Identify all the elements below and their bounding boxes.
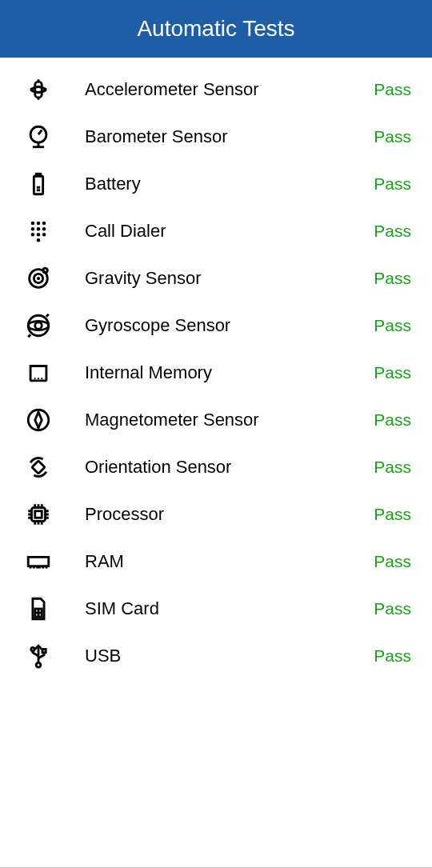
test-label: Processor (85, 504, 374, 525)
test-row[interactable]: Accelerometer SensorPass (21, 66, 411, 113)
test-label: Orientation Sensor (85, 457, 374, 478)
test-status: Pass (374, 646, 411, 666)
test-status: Pass (374, 410, 411, 430)
test-row[interactable]: Gyroscope SensorPass (21, 302, 411, 349)
processor-icon (21, 501, 56, 528)
test-label: RAM (85, 551, 374, 572)
test-row[interactable]: SIM CardPass (21, 585, 411, 632)
test-label: Battery (85, 174, 374, 194)
dialer-icon (21, 218, 56, 245)
test-row[interactable]: Gravity SensorPass (21, 254, 411, 302)
page-title: Automatic Tests (137, 16, 294, 42)
memory-icon (21, 359, 56, 386)
test-label: Gyroscope Sensor (85, 315, 374, 336)
test-status: Pass (374, 363, 411, 382)
test-row[interactable]: ProcessorPass (21, 490, 411, 538)
accelerometer-icon (21, 76, 56, 103)
test-label: Magnetometer Sensor (85, 410, 374, 430)
test-row[interactable]: BatteryPass (21, 160, 411, 207)
test-status: Pass (374, 316, 411, 335)
sim-icon (21, 595, 56, 622)
page-header: Automatic Tests (0, 0, 432, 58)
test-row[interactable]: RAMPass (21, 538, 411, 585)
test-status: Pass (374, 505, 411, 524)
battery-icon (21, 170, 56, 198)
ram-icon (21, 548, 56, 575)
test-label: USB (85, 646, 374, 666)
test-status: Pass (374, 222, 411, 241)
test-label: Call Dialer (85, 221, 374, 242)
test-label: Internal Memory (85, 362, 374, 383)
test-status: Pass (374, 269, 411, 288)
test-row[interactable]: Orientation SensorPass (21, 443, 411, 490)
test-row[interactable]: Magnetometer SensorPass (21, 396, 411, 443)
test-row[interactable]: Internal MemoryPass (21, 349, 411, 396)
test-label: Barometer Sensor (85, 126, 374, 147)
orientation-icon (21, 454, 56, 481)
gyroscope-icon (21, 312, 56, 339)
barometer-icon (21, 123, 56, 150)
test-row[interactable]: Barometer SensorPass (21, 113, 411, 160)
test-status: Pass (374, 599, 411, 618)
test-status: Pass (374, 552, 411, 571)
tests-list: Accelerometer SensorPassBarometer Sensor… (0, 58, 432, 679)
test-label: Gravity Sensor (85, 268, 374, 289)
test-status: Pass (374, 127, 411, 146)
test-row[interactable]: USBPass (21, 632, 411, 679)
test-row[interactable]: Call DialerPass (21, 207, 411, 254)
test-label: Accelerometer Sensor (85, 79, 374, 100)
gravity-icon (21, 265, 56, 292)
test-label: SIM Card (85, 598, 374, 619)
test-status: Pass (374, 174, 411, 194)
usb-icon (21, 642, 56, 670)
test-status: Pass (374, 80, 411, 99)
test-status: Pass (374, 458, 411, 477)
magnetometer-icon (21, 406, 56, 434)
